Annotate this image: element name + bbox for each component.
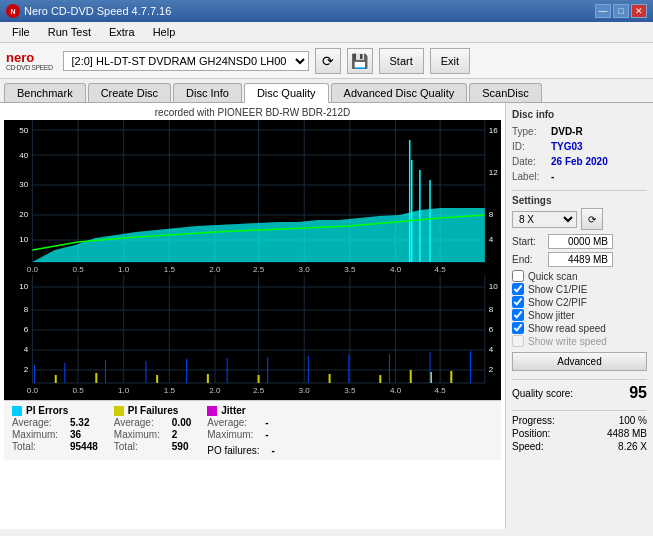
disc-label-label: Label: [512, 171, 547, 182]
minimize-button[interactable]: — [595, 4, 611, 18]
show-read-speed-checkbox[interactable] [512, 322, 524, 334]
po-failures-value: - [272, 445, 275, 456]
svg-rect-79 [450, 371, 452, 383]
close-button[interactable]: ✕ [631, 4, 647, 18]
speed2-value: 8.26 X [618, 441, 647, 452]
pi-errors-total-value: 95448 [70, 441, 98, 452]
progress-section: Progress: 100 % Position: 4488 MB Speed:… [512, 410, 647, 454]
menu-help[interactable]: Help [145, 24, 184, 40]
svg-text:4.5: 4.5 [435, 265, 447, 274]
drive-dropdown[interactable]: [2:0] HL-DT-ST DVDRAM GH24NSD0 LH00 [63, 51, 309, 71]
show-c1-pie-checkbox[interactable] [512, 283, 524, 295]
svg-text:2.5: 2.5 [253, 265, 265, 274]
disc-id-row: ID: TYG03 [512, 141, 647, 152]
svg-text:8: 8 [24, 305, 29, 314]
show-write-speed-label: Show write speed [528, 336, 607, 347]
nero-logo-text: nero [6, 51, 34, 64]
show-read-speed-row: Show read speed [512, 322, 647, 334]
pi-failures-max-label: Maximum: [114, 429, 164, 440]
position-value: 4488 MB [607, 428, 647, 439]
jitter-header: Jitter [221, 405, 245, 416]
svg-rect-74 [258, 375, 260, 383]
tab-create-disc[interactable]: Create Disc [88, 83, 171, 102]
svg-text:30: 30 [19, 180, 29, 189]
disc-date-label: Date: [512, 156, 547, 167]
start-value[interactable]: 0000 MB [548, 234, 613, 249]
pi-failures-color [114, 406, 124, 416]
disc-type-value: DVD-R [551, 126, 583, 137]
pi-errors-total-label: Total: [12, 441, 62, 452]
svg-text:3.0: 3.0 [299, 386, 311, 395]
disc-date-row: Date: 26 Feb 2020 [512, 156, 647, 167]
quality-score-label: Quality score: [512, 388, 573, 399]
show-jitter-row: Show jitter [512, 309, 647, 321]
end-value[interactable]: 4489 MB [548, 252, 613, 267]
legend-pi-errors: PI Errors Average: 5.32 Maximum: 36 Tota… [12, 405, 98, 456]
position-row: Position: 4488 MB [512, 428, 647, 439]
quick-scan-checkbox[interactable] [512, 270, 524, 282]
save-button[interactable]: 💾 [347, 48, 373, 74]
bottom-chart: 10 8 6 4 2 10 8 6 4 2 [4, 275, 501, 400]
svg-text:16: 16 [489, 126, 499, 135]
tab-benchmark[interactable]: Benchmark [4, 83, 86, 102]
svg-rect-75 [329, 374, 331, 383]
refresh-button[interactable]: ⟳ [315, 48, 341, 74]
svg-text:2: 2 [489, 365, 494, 374]
tab-scan-disc[interactable]: ScanDisc [469, 83, 541, 102]
progress-row: Progress: 100 % [512, 415, 647, 426]
tab-disc-info[interactable]: Disc Info [173, 83, 242, 102]
toolbar: nero CD·DVD SPEED [2:0] HL-DT-ST DVDRAM … [0, 43, 653, 79]
tab-disc-quality[interactable]: Disc Quality [244, 83, 329, 103]
svg-text:8: 8 [489, 305, 494, 314]
bottom-chart-svg: 10 8 6 4 2 10 8 6 4 2 [4, 275, 501, 400]
disc-label-row: Label: - [512, 171, 647, 182]
window-title: Nero CD-DVD Speed 4.7.7.16 [24, 5, 171, 17]
show-write-speed-row: Show write speed [512, 335, 647, 347]
svg-text:50: 50 [19, 126, 29, 135]
menu-extra[interactable]: Extra [101, 24, 143, 40]
disc-id-value: TYG03 [551, 141, 583, 152]
svg-text:2.0: 2.0 [209, 265, 221, 274]
svg-text:10: 10 [19, 235, 29, 244]
nero-logo: nero CD·DVD SPEED [6, 51, 53, 71]
quick-scan-row: Quick scan [512, 270, 647, 282]
tab-advanced-disc-quality[interactable]: Advanced Disc Quality [331, 83, 468, 102]
menu-run-test[interactable]: Run Test [40, 24, 99, 40]
maximize-button[interactable]: □ [613, 4, 629, 18]
svg-text:4.5: 4.5 [435, 386, 447, 395]
svg-rect-77 [410, 370, 412, 383]
settings-title: Settings [512, 195, 647, 206]
pi-failures-avg-label: Average: [114, 417, 164, 428]
show-write-speed-checkbox[interactable] [512, 335, 524, 347]
svg-text:0.5: 0.5 [72, 265, 84, 274]
speed-refresh-button[interactable]: ⟳ [581, 208, 603, 230]
end-row: End: 4489 MB [512, 252, 647, 267]
svg-text:4.0: 4.0 [390, 386, 402, 395]
chart-area: recorded with PIONEER BD-RW BDR-212D [0, 103, 505, 529]
show-c2-pif-checkbox[interactable] [512, 296, 524, 308]
window-controls: — □ ✕ [595, 4, 647, 18]
disc-id-label: ID: [512, 141, 547, 152]
disc-label-value: - [551, 171, 554, 182]
svg-text:10: 10 [489, 282, 499, 291]
jitter-max-label: Maximum: [207, 429, 257, 440]
speed-dropdown[interactable]: 8 X [512, 211, 577, 228]
top-chart-svg: 50 40 30 20 10 16 12 8 4 0.0 [4, 120, 501, 275]
svg-text:1.0: 1.0 [118, 386, 130, 395]
legend-area: PI Errors Average: 5.32 Maximum: 36 Tota… [4, 400, 501, 460]
exit-button[interactable]: Exit [430, 48, 470, 74]
title-bar: N Nero CD-DVD Speed 4.7.7.16 — □ ✕ [0, 0, 653, 22]
start-button[interactable]: Start [379, 48, 424, 74]
svg-text:6: 6 [24, 325, 29, 334]
show-jitter-checkbox[interactable] [512, 309, 524, 321]
end-label: End: [512, 254, 544, 265]
pi-errors-max-label: Maximum: [12, 429, 62, 440]
advanced-button[interactable]: Advanced [512, 352, 647, 371]
show-read-speed-label: Show read speed [528, 323, 606, 334]
menu-file[interactable]: File [4, 24, 38, 40]
speed-row: 8 X ⟳ [512, 208, 647, 230]
start-row: Start: 0000 MB [512, 234, 647, 249]
tab-bar: Benchmark Create Disc Disc Info Disc Qua… [0, 79, 653, 103]
progress-label: Progress: [512, 415, 555, 426]
quality-score-value: 95 [629, 384, 647, 402]
